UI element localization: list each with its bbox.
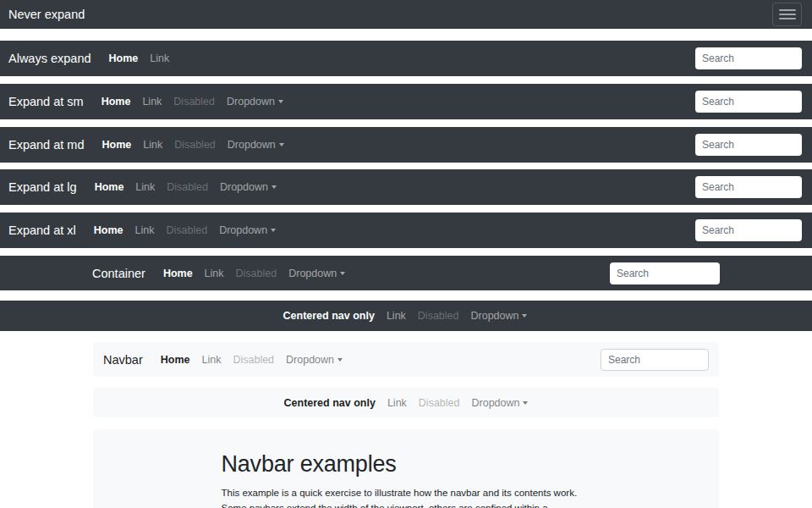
nav-links: Home Link — [103, 52, 176, 64]
nav-link-disabled: Disabled — [227, 354, 280, 366]
caret-down-icon — [271, 229, 276, 232]
nav-link-home[interactable]: Home — [89, 181, 130, 193]
navbar-never-expand: Never expand — [0, 0, 812, 29]
nav-links: Home Link Disabled Dropdown — [96, 139, 289, 151]
nav-link-home[interactable]: Home — [155, 354, 196, 366]
nav-link-link[interactable]: Link — [129, 224, 161, 236]
brand-expand-xl[interactable]: Expand at xl — [8, 224, 76, 237]
nav-link-home[interactable]: Home — [103, 52, 145, 64]
nav-link-dropdown[interactable]: Dropdown — [222, 139, 290, 151]
nav-links: Home Link Disabled Dropdown — [155, 354, 348, 366]
nav-link-disabled: Disabled — [230, 268, 283, 279]
brand-container[interactable]: Container — [92, 267, 145, 280]
search-input[interactable] — [695, 134, 802, 156]
brand-navbar[interactable]: Navbar — [103, 353, 143, 367]
nav-link-home[interactable]: Home — [88, 224, 129, 236]
nav-link-link[interactable]: Link — [129, 181, 161, 193]
hamburger-icon — [779, 14, 796, 15]
nav-links: Home Link Disabled Dropdown — [89, 181, 283, 193]
nav-link-link[interactable]: Link — [136, 96, 167, 108]
paragraph-text: This example is a quick exercise to illu… — [222, 488, 578, 508]
nav-link-dropdown[interactable]: Dropdown — [280, 354, 348, 366]
hamburger-icon — [779, 18, 796, 19]
nav-link-dropdown[interactable]: Dropdown — [465, 397, 534, 409]
nav-links: Centered nav only Link Disabled Dropdown — [277, 310, 534, 322]
caret-down-icon — [272, 185, 277, 189]
nav-link-disabled: Disabled — [413, 397, 466, 409]
caret-down-icon — [522, 314, 527, 318]
search-input[interactable] — [695, 47, 802, 69]
caret-down-icon — [523, 401, 528, 405]
nav-link-dropdown[interactable]: Dropdown — [283, 268, 351, 279]
nav-link-link[interactable]: Link — [381, 397, 413, 409]
caret-down-icon — [279, 143, 284, 146]
navbar-centered-light: Centered nav only Link Disabled Dropdown — [93, 388, 719, 417]
nav-link-home[interactable]: Home — [96, 139, 137, 151]
nav-link-dropdown[interactable]: Dropdown — [221, 96, 289, 108]
nav-links: Home Link Disabled Dropdown — [88, 224, 282, 236]
search-input[interactable] — [601, 349, 709, 371]
hamburger-icon — [779, 9, 796, 11]
nav-link-centered-nav-only[interactable]: Centered nav only — [277, 310, 381, 322]
nav-link-home[interactable]: Home — [157, 268, 199, 279]
nav-link-link[interactable]: Link — [137, 139, 168, 151]
navbar-toggler-button[interactable] — [772, 3, 802, 26]
nav-link-link[interactable]: Link — [199, 268, 230, 279]
search-input[interactable] — [695, 219, 802, 241]
caret-down-icon — [278, 100, 283, 103]
navbar-expand-sm: Expand at sm Home Link Disabled Dropdown — [0, 84, 812, 119]
navbar-expand-lg: Expand at lg Home Link Disabled Dropdown — [0, 169, 812, 205]
brand-always-expand[interactable]: Always expand — [8, 52, 91, 65]
nav-links: Home Link Disabled Dropdown — [96, 96, 289, 108]
intro-paragraph: This example is a quick exercise to illu… — [222, 486, 591, 508]
nav-links: Centered nav only Link Disabled Dropdown — [278, 397, 535, 409]
nav-link-disabled: Disabled — [412, 310, 465, 322]
nav-link-disabled: Disabled — [168, 139, 222, 151]
nav-link-dropdown[interactable]: Dropdown — [464, 310, 533, 322]
navbar-always-expand: Always expand Home Link — [0, 41, 812, 76]
nav-link-link[interactable]: Link — [381, 310, 412, 322]
nav-link-dropdown[interactable]: Dropdown — [214, 181, 283, 193]
navbar-container-inner: Container Home Link Disabled Dropdown — [92, 256, 720, 290]
brand-expand-md[interactable]: Expand at md — [8, 138, 84, 152]
brand-expand-lg[interactable]: Expand at lg — [8, 180, 77, 194]
nav-link-disabled: Disabled — [161, 181, 214, 193]
navbar-expand-xl: Expand at xl Home Link Disabled Dropdown — [0, 213, 812, 248]
caret-down-icon — [340, 272, 345, 275]
nav-link-dropdown[interactable]: Dropdown — [213, 224, 282, 236]
nav-link-home[interactable]: Home — [96, 96, 137, 108]
nav-link-link[interactable]: Link — [195, 354, 227, 366]
navbar-container: Container Home Link Disabled Dropdown — [0, 256, 812, 290]
search-input[interactable] — [695, 91, 802, 113]
nav-link-centered-nav-only[interactable]: Centered nav only — [278, 397, 381, 409]
nav-link-disabled: Disabled — [167, 96, 221, 108]
nav-links: Home Link Disabled Dropdown — [157, 268, 351, 279]
search-input[interactable] — [695, 176, 802, 198]
navbar-expand-md: Expand at md Home Link Disabled Dropdown — [0, 127, 812, 163]
brand-expand-sm[interactable]: Expand at sm — [8, 95, 84, 108]
jumbotron: Navbar examples This example is a quick … — [93, 429, 719, 508]
caret-down-icon — [337, 358, 343, 362]
page-title: Navbar examples — [222, 451, 591, 478]
search-input[interactable] — [610, 262, 720, 284]
nav-link-disabled: Disabled — [160, 224, 213, 236]
nav-link-link[interactable]: Link — [144, 52, 175, 64]
navbar-centered-dark: Centered nav only Link Disabled Dropdown — [0, 301, 812, 331]
brand-never-expand[interactable]: Never expand — [8, 8, 85, 21]
navbar-light: Navbar Home Link Disabled Dropdown — [93, 342, 719, 377]
jumbotron-content: Navbar examples This example is a quick … — [222, 429, 591, 508]
